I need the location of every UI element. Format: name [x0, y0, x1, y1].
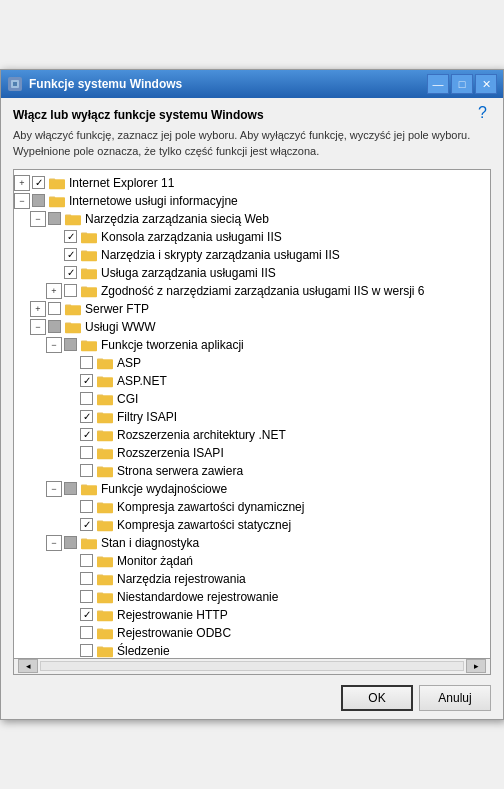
- folder-icon: [97, 374, 113, 388]
- tree-expander[interactable]: −: [46, 337, 62, 353]
- tree-expander[interactable]: +: [46, 283, 62, 299]
- tree-checkbox[interactable]: [32, 194, 45, 207]
- expander-placeholder: [62, 391, 78, 407]
- tree-checkbox[interactable]: [80, 428, 93, 441]
- folder-icon: [81, 482, 97, 496]
- tree-checkbox[interactable]: [80, 410, 93, 423]
- tree-checkbox[interactable]: [64, 248, 77, 261]
- tree-item[interactable]: Rozszerzenia architektury .NET: [14, 426, 490, 444]
- folder-icon: [97, 446, 113, 460]
- folder-icon: [97, 464, 113, 478]
- tree-item[interactable]: ASP.NET: [14, 372, 490, 390]
- tree-checkbox[interactable]: [64, 338, 77, 351]
- scroll-right-button[interactable]: ▸: [466, 659, 486, 673]
- tree-item[interactable]: − Narzędzia zarządzania siecią Web: [14, 210, 490, 228]
- tree-item[interactable]: + Zgodność z narzędziami zarządzania usł…: [14, 282, 490, 300]
- tree-checkbox[interactable]: [48, 320, 61, 333]
- tree-checkbox[interactable]: [64, 284, 77, 297]
- tree-checkbox[interactable]: [80, 374, 93, 387]
- tree-checkbox[interactable]: [64, 230, 77, 243]
- tree-checkbox[interactable]: [48, 302, 61, 315]
- tree-item[interactable]: Rejestrowanie HTTP: [14, 606, 490, 624]
- tree-item[interactable]: − Funkcje tworzenia aplikacji: [14, 336, 490, 354]
- scroll-left-button[interactable]: ◂: [18, 659, 38, 673]
- tree-checkbox[interactable]: [80, 572, 93, 585]
- svg-rect-54: [97, 395, 113, 404]
- folder-icon: [97, 554, 113, 568]
- folder-icon: [65, 212, 81, 226]
- header-text: Włącz lub wyłącz funkcje systemu Windows: [13, 108, 491, 122]
- tree-item-label: Narzędzia i skrypty zarządzania usługami…: [99, 248, 340, 262]
- tree-checkbox[interactable]: [80, 356, 93, 369]
- tree-item[interactable]: Narzędzia rejestrowania: [14, 570, 490, 588]
- tree-expander[interactable]: +: [30, 301, 46, 317]
- horizontal-scrollbar[interactable]: ◂ ▸: [13, 659, 491, 675]
- tree-item[interactable]: Monitor żądań: [14, 552, 490, 570]
- tree-checkbox[interactable]: [80, 554, 93, 567]
- tree-checkbox[interactable]: [80, 464, 93, 477]
- tree-expander[interactable]: +: [14, 175, 30, 191]
- tree-checkbox[interactable]: [80, 590, 93, 603]
- svg-rect-94: [97, 575, 113, 584]
- expander-placeholder: [62, 553, 78, 569]
- tree-expander[interactable]: −: [14, 193, 30, 209]
- features-tree[interactable]: + Internet Explorer 11− Internetowe usłu…: [13, 169, 491, 659]
- tree-item[interactable]: + Serwer FTP: [14, 300, 490, 318]
- window-title: Funkcje systemu Windows: [29, 77, 182, 91]
- maximize-button[interactable]: □: [451, 74, 473, 94]
- tree-item-label: Kompresja zawartości statycznej: [115, 518, 291, 532]
- tree-item[interactable]: Kompresja zawartości dynamicznej: [14, 498, 490, 516]
- title-bar-left: Funkcje systemu Windows: [7, 76, 182, 92]
- expander-placeholder: [46, 265, 62, 281]
- tree-item[interactable]: ASP: [14, 354, 490, 372]
- tree-item[interactable]: Usługa zarządzania usługami IIS: [14, 264, 490, 282]
- tree-item[interactable]: Rozszerzenia ISAPI: [14, 444, 490, 462]
- tree-item-label: Serwer FTP: [83, 302, 149, 316]
- tree-checkbox[interactable]: [64, 266, 77, 279]
- tree-item[interactable]: Niestandardowe rejestrowanie: [14, 588, 490, 606]
- tree-item[interactable]: − Usługi WWW: [14, 318, 490, 336]
- tree-item[interactable]: Śledzenie: [14, 642, 490, 659]
- tree-expander[interactable]: −: [30, 319, 46, 335]
- tree-expander[interactable]: −: [30, 211, 46, 227]
- tree-checkbox[interactable]: [32, 176, 45, 189]
- tree-checkbox[interactable]: [80, 446, 93, 459]
- tree-expander[interactable]: −: [46, 535, 62, 551]
- tree-item-label: ASP.NET: [115, 374, 167, 388]
- folder-icon: [97, 518, 113, 532]
- tree-item[interactable]: − Stan i diagnostyka: [14, 534, 490, 552]
- tree-checkbox[interactable]: [48, 212, 61, 225]
- folder-icon: [49, 176, 65, 190]
- help-icon[interactable]: ?: [478, 104, 487, 122]
- tree-checkbox[interactable]: [80, 500, 93, 513]
- tree-item[interactable]: Kompresja zawartości statycznej: [14, 516, 490, 534]
- tree-item[interactable]: Rejestrowanie ODBC: [14, 624, 490, 642]
- tree-checkbox[interactable]: [64, 536, 77, 549]
- folder-icon: [97, 572, 113, 586]
- tree-checkbox[interactable]: [80, 518, 93, 531]
- tree-item[interactable]: Strona serwera zawiera: [14, 462, 490, 480]
- cancel-button[interactable]: Anuluj: [419, 685, 491, 711]
- ok-button[interactable]: OK: [341, 685, 413, 711]
- tree-checkbox[interactable]: [80, 392, 93, 405]
- tree-checkbox[interactable]: [64, 482, 77, 495]
- tree-checkbox[interactable]: [80, 608, 93, 621]
- tree-item[interactable]: + Internet Explorer 11: [14, 174, 490, 192]
- tree-item[interactable]: Narzędzia i skrypty zarządzania usługami…: [14, 246, 490, 264]
- tree-item[interactable]: Konsola zarządzania usługami IIS: [14, 228, 490, 246]
- tree-checkbox[interactable]: [80, 626, 93, 639]
- window-icon: [7, 76, 23, 92]
- tree-item[interactable]: − Funkcje wydajnościowe: [14, 480, 490, 498]
- minimize-button[interactable]: —: [427, 74, 449, 94]
- tree-checkbox[interactable]: [80, 644, 93, 657]
- svg-rect-102: [97, 611, 113, 620]
- tree-expander[interactable]: −: [46, 481, 62, 497]
- close-button[interactable]: ✕: [475, 74, 497, 94]
- tree-item-label: Funkcje wydajnościowe: [99, 482, 227, 496]
- tree-item[interactable]: CGI: [14, 390, 490, 408]
- tree-item[interactable]: − Internetowe usługi informacyjne: [14, 192, 490, 210]
- tree-item-label: Monitor żądań: [115, 554, 193, 568]
- tree-item[interactable]: Filtry ISAPI: [14, 408, 490, 426]
- svg-rect-90: [97, 557, 113, 566]
- svg-rect-38: [65, 323, 81, 332]
